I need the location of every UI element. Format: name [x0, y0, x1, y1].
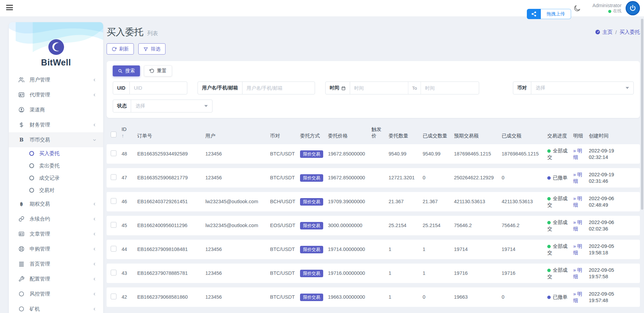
- sidebar-item-label: 首页管理: [30, 261, 93, 267]
- status-text: 全部成交: [547, 196, 568, 208]
- sidebar-item-perpetual-contracts[interactable]: 永续合约: [9, 211, 103, 226]
- dark-mode-icon[interactable]: [573, 4, 581, 12]
- caret-down-icon: [626, 87, 629, 89]
- row-checkbox[interactable]: [111, 270, 116, 275]
- cell-pair: EOS/USDT: [270, 216, 300, 235]
- table-row: 45 EB1662400956011296 lw232345@outlook.c…: [107, 216, 640, 235]
- sidebar-item-channels[interactable]: 渠道商: [9, 102, 103, 117]
- row-checkbox[interactable]: [111, 246, 116, 252]
- sidebar-subitem-trade-records[interactable]: 成交记录: [9, 172, 103, 184]
- search-panel: 搜索 重置 UID 用户名/手机/邮箱 时间 To: [107, 61, 640, 118]
- sidebar-item-articles[interactable]: 文章管理: [9, 226, 103, 241]
- cell-id: 45: [122, 216, 137, 235]
- order-type-badge: 限价交易: [300, 246, 323, 253]
- pair-label: 币对: [513, 82, 531, 94]
- detail-link[interactable]: » 明细: [573, 148, 582, 160]
- sidebar-item-settings[interactable]: 配置管理: [9, 271, 103, 286]
- detail-link[interactable]: » 明细: [573, 243, 582, 255]
- cell-pair: BTC/USDT: [270, 287, 300, 307]
- col-order-no: 订单号: [137, 126, 205, 140]
- time-from-input[interactable]: [350, 82, 408, 94]
- row-checkbox[interactable]: [111, 198, 116, 204]
- detail-link[interactable]: » 明细: [573, 267, 582, 279]
- col-amount: 委托数量: [389, 126, 423, 140]
- search-button[interactable]: 搜索: [113, 65, 140, 76]
- circle-icon: [29, 151, 34, 156]
- sidebar-item-label: 代理管理: [30, 92, 93, 98]
- svg-text:฿: ฿: [20, 202, 23, 207]
- table-row: 48 EB1663525934492589 123456 BTC/USDT 限价…: [107, 144, 640, 164]
- user-input[interactable]: [242, 82, 315, 94]
- cell-amount: 1: [389, 240, 423, 259]
- sidebar-item-subscriptions[interactable]: 申购管理: [9, 241, 103, 256]
- share-icon: [527, 9, 541, 19]
- col-progress: 交易进度: [547, 126, 573, 140]
- cell-id: 48: [122, 144, 137, 164]
- row-checkbox[interactable]: [111, 150, 116, 156]
- user-avatar[interactable]: [626, 1, 640, 15]
- row-checkbox[interactable]: [111, 174, 116, 180]
- chevron-left-icon: [93, 202, 96, 206]
- sidebar-item-miners[interactable]: 矿机: [9, 301, 103, 313]
- detail-link[interactable]: » 明细: [573, 196, 582, 208]
- time-field-group: 时间 To: [325, 81, 479, 94]
- cell-dealt-total: 75646.2: [502, 216, 547, 235]
- cell-price: 19663.00000000: [328, 287, 372, 307]
- sidebar-item-finance[interactable]: 财务管理: [9, 117, 103, 132]
- order-type-badge: 限价交易: [300, 270, 323, 277]
- menu-toggle-button[interactable]: [6, 4, 14, 12]
- refresh-button[interactable]: 刷新: [107, 43, 134, 55]
- sidebar-item-risk-control[interactable]: 风控管理: [9, 286, 103, 301]
- cell-filled-amount: 9540.99: [423, 144, 454, 164]
- time-to-input[interactable]: [421, 82, 479, 94]
- cell-pair: BTC/USDT: [270, 240, 300, 259]
- order-type-badge: 限价交易: [300, 294, 323, 301]
- sidebar-subitem-trading-pairs[interactable]: 交易对: [9, 184, 103, 196]
- circle-icon: [29, 188, 34, 193]
- sidebar-item-agents[interactable]: 代理管理: [9, 87, 103, 102]
- sidebar-item-users[interactable]: 用户管理: [9, 72, 103, 87]
- sidebar-item-label: 申购管理: [30, 246, 93, 252]
- sidebar-item-homepage[interactable]: 首页管理: [9, 256, 103, 271]
- row-checkbox[interactable]: [111, 294, 116, 299]
- breadcrumb-home-link[interactable]: 主页: [595, 29, 613, 35]
- col-id[interactable]: ID↑: [122, 126, 137, 140]
- detail-link[interactable]: » 明细: [573, 172, 582, 184]
- caret-down-icon: [204, 105, 208, 107]
- status-text: 全部成交: [547, 148, 568, 160]
- cell-expected-total: 19716: [454, 264, 502, 283]
- sidebar-item-label: 矿机: [30, 306, 93, 312]
- main-content: 买入委托 列表 主页 / 买入委托 刷新 筛选 搜索: [107, 16, 640, 311]
- sidebar-subitem-buy-orders[interactable]: 买入委托: [9, 147, 103, 160]
- sidebar-subitem-sell-orders[interactable]: 卖出委托: [9, 160, 103, 172]
- sidebar-item-label: 风控管理: [30, 291, 93, 297]
- drag-upload-widget[interactable]: 拖拽上传: [527, 9, 571, 19]
- breadcrumb-separator: /: [615, 29, 617, 35]
- cell-id: 47: [122, 168, 137, 188]
- cell-created: 2022-09-1902:32:14: [589, 144, 640, 164]
- status-text: 全部成交: [547, 220, 568, 232]
- cell-progress: 全部成交: [547, 216, 573, 235]
- sidebar-item-label: 用户管理: [30, 77, 93, 83]
- filter-button[interactable]: 筛选: [138, 43, 166, 55]
- order-type-badge: 限价交易: [300, 174, 323, 182]
- scrollbar[interactable]: [641, 19, 643, 210]
- order-type-badge: 限价交易: [300, 198, 323, 206]
- detail-link[interactable]: » 明细: [573, 220, 582, 232]
- cell-progress: 已撤单: [547, 287, 573, 307]
- col-expected-total: 预期交易额: [454, 126, 502, 140]
- circle-icon: [29, 176, 34, 180]
- pair-select[interactable]: 选择: [531, 82, 633, 94]
- cell-created: 2022-09-0519:57:48: [589, 287, 640, 307]
- row-checkbox[interactable]: [111, 222, 116, 228]
- table-row: 42 EB1662379068581860 123456 BTC/USDT 限价…: [107, 287, 640, 307]
- detail-link[interactable]: » 明细: [573, 291, 582, 303]
- sidebar-item-spot-trading[interactable]: B 币币交易: [9, 132, 103, 147]
- uid-input[interactable]: [130, 82, 187, 94]
- status-select[interactable]: 选择: [131, 100, 212, 112]
- sidebar-item-options-trading[interactable]: ฿ 期权交易: [9, 196, 103, 211]
- filter-icon: [143, 47, 148, 51]
- cell-trigger-price: [372, 144, 389, 164]
- select-all-checkbox[interactable]: [111, 132, 116, 137]
- reset-button[interactable]: 重置: [144, 65, 172, 76]
